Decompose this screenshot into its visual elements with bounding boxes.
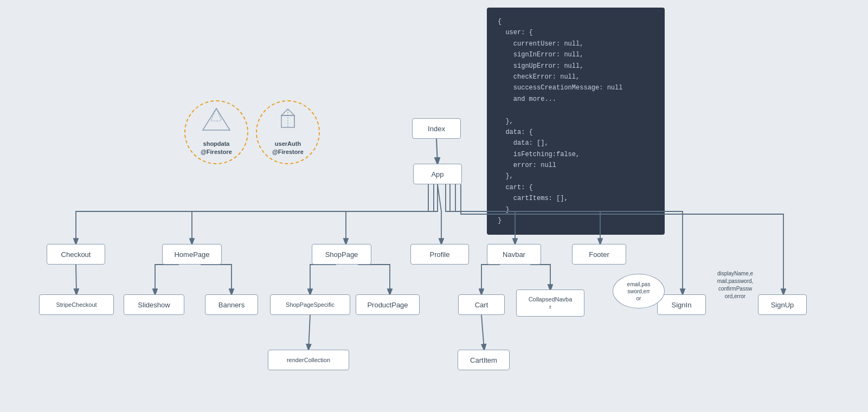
node-slideshow: Slideshow bbox=[124, 294, 184, 315]
node-collapsednavbar-label: CollapsedNavbar bbox=[529, 295, 573, 311]
node-footer-label: Footer bbox=[589, 250, 609, 259]
node-banners-label: Banners bbox=[218, 301, 245, 309]
svg-line-27 bbox=[481, 315, 484, 350]
node-cart: Cart bbox=[458, 294, 505, 315]
node-index: Index bbox=[412, 118, 461, 139]
node-navbar-label: Navbar bbox=[503, 250, 525, 259]
node-collapsednavbar: CollapsedNavbar bbox=[516, 289, 584, 317]
node-navbar: Navbar bbox=[487, 244, 541, 265]
node-shoppage: ShopPage bbox=[312, 244, 371, 265]
node-cartitem: CartItem bbox=[458, 350, 510, 370]
userauth-label: userAuth@Firestore bbox=[257, 140, 319, 156]
redux-panel: { user: { currentUser: null, signInError… bbox=[487, 8, 665, 235]
svg-line-9 bbox=[436, 139, 438, 164]
node-rendercollection: renderCollection bbox=[268, 350, 349, 370]
node-signin: SignIn bbox=[657, 294, 706, 315]
node-rendercollection-label: renderCollection bbox=[287, 357, 330, 363]
node-index-label: Index bbox=[428, 125, 445, 133]
node-cartitem-label: CartItem bbox=[470, 356, 497, 364]
signin-props-label: email,password,error bbox=[627, 281, 651, 302]
node-app: App bbox=[413, 164, 462, 184]
node-slideshow-label: Slideshow bbox=[138, 301, 170, 309]
svg-line-13 bbox=[438, 184, 441, 211]
svg-line-19 bbox=[76, 265, 76, 294]
node-checkout: Checkout bbox=[47, 244, 105, 265]
node-signup-label: SignUp bbox=[771, 301, 794, 309]
redux-code: { user: { currentUser: null, signInError… bbox=[498, 16, 654, 226]
diagram-container: { user: { currentUser: null, signInError… bbox=[0, 0, 868, 412]
node-stripecheckout-label: StripeCheckout bbox=[56, 301, 97, 308]
node-app-label: App bbox=[431, 170, 443, 178]
node-shoppagespecific-label: ShopPageSpecific bbox=[286, 301, 335, 308]
shopdata-firestore: shopdata@Firestore bbox=[184, 100, 248, 164]
node-footer: Footer bbox=[572, 244, 626, 265]
node-profile: Profile bbox=[410, 244, 469, 265]
node-banners: Banners bbox=[205, 294, 258, 315]
node-checkout-label: Checkout bbox=[61, 250, 91, 259]
node-shoppage-label: ShopPage bbox=[325, 250, 358, 259]
node-productpage: ProductPage bbox=[356, 294, 420, 315]
node-stripecheckout: StripeCheckout bbox=[39, 294, 114, 315]
signup-props-text: displayName,email,password,confirmPasswo… bbox=[703, 270, 768, 300]
signin-props-badge: email,password,error bbox=[613, 274, 665, 308]
shopdata-label: shopdata@Firestore bbox=[185, 140, 247, 156]
svg-line-24 bbox=[308, 315, 310, 350]
userauth-firestore: userAuth@Firestore bbox=[256, 100, 320, 164]
svg-marker-0 bbox=[203, 108, 230, 130]
node-shoppagespecific: ShopPageSpecific bbox=[270, 294, 350, 315]
node-signin-label: SignIn bbox=[672, 301, 692, 309]
node-profile-label: Profile bbox=[430, 250, 450, 259]
node-productpage-label: ProductPage bbox=[367, 301, 408, 309]
node-cart-label: Cart bbox=[475, 301, 488, 309]
node-homepage-label: HomePage bbox=[174, 250, 209, 259]
node-homepage: HomePage bbox=[162, 244, 222, 265]
connections-svg bbox=[0, 0, 868, 412]
